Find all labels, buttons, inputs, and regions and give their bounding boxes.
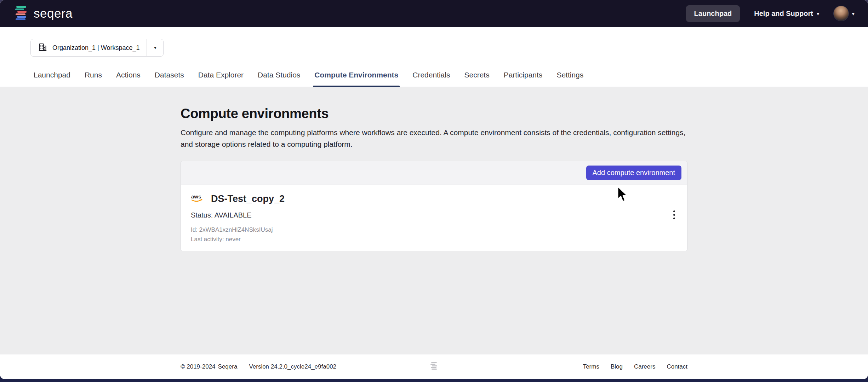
help-and-support-menu[interactable]: Help and Support ▾ <box>754 10 819 18</box>
footer: © 2019-2024 Seqera Version 24.2.0_cycle2… <box>0 354 868 379</box>
environment-status: Status: AVAILABLE <box>191 211 687 219</box>
workspace-selector[interactable]: Organization_1 | Workspace_1 ▼ <box>30 39 164 57</box>
copyright-text: © 2019-2024 <box>181 363 216 370</box>
top-navbar: seqera Launchpad Help and Support ▾ ▾ <box>0 0 868 27</box>
tab-compute-environments[interactable]: Compute Environments <box>314 71 398 87</box>
aws-icon-text: aws <box>191 193 201 199</box>
brand-name: seqera <box>34 6 73 21</box>
seqera-footer-link[interactable]: Seqera <box>218 363 238 370</box>
compute-environments-panel: Add compute environment aws DS-Test_copy… <box>181 161 687 251</box>
launchpad-button[interactable]: Launchpad <box>686 5 740 22</box>
panel-toolbar: Add compute environment <box>181 161 687 185</box>
aws-icon: aws <box>191 193 206 205</box>
help-menu-label: Help and Support <box>754 10 813 18</box>
workspace-selector-label: Organization_1 | Workspace_1 <box>52 44 139 52</box>
page-description: Configure and manage the computing platf… <box>181 127 687 150</box>
chevron-down-icon: ▾ <box>817 11 820 16</box>
blog-link[interactable]: Blog <box>611 363 623 370</box>
tab-runs[interactable]: Runs <box>85 71 102 87</box>
user-menu[interactable]: ▾ <box>833 6 855 21</box>
footer-links: Terms Blog Careers Contact <box>583 363 687 370</box>
tab-datasets[interactable]: Datasets <box>155 71 184 87</box>
kebab-menu-icon[interactable] <box>671 208 677 221</box>
workspace-selector-caret-button[interactable]: ▼ <box>147 39 163 56</box>
tab-data-studios[interactable]: Data Studios <box>258 71 300 87</box>
add-compute-environment-button[interactable]: Add compute environment <box>586 166 681 180</box>
app-window: seqera Launchpad Help and Support ▾ ▾ <box>0 0 868 379</box>
chevron-down-icon: ▾ <box>852 11 855 16</box>
tab-settings[interactable]: Settings <box>556 71 583 87</box>
version-text: Version 24.2.0_cycle24_e9fa002 <box>249 363 336 370</box>
seqera-brand[interactable]: seqera <box>13 5 73 22</box>
environment-name-link[interactable]: DS-Test_copy_2 <box>211 193 285 204</box>
careers-link[interactable]: Careers <box>634 363 655 370</box>
workspace-header: Organization_1 | Workspace_1 ▼ Launchpad… <box>0 27 868 87</box>
compute-environment-row: aws DS-Test_copy_2 Status: AVAILABLE Id:… <box>181 185 687 251</box>
tab-participants[interactable]: Participants <box>504 71 543 87</box>
seqera-logo-icon <box>13 5 29 22</box>
environment-last-activity: Last activity: never <box>191 236 687 243</box>
tab-secrets[interactable]: Secrets <box>464 71 489 87</box>
tab-launchpad[interactable]: Launchpad <box>34 71 70 87</box>
avatar <box>833 6 849 21</box>
seqera-mark-icon <box>430 361 438 372</box>
caret-down-icon: ▼ <box>153 46 157 50</box>
organization-icon <box>38 42 47 53</box>
tab-credentials[interactable]: Credentials <box>412 71 450 87</box>
tab-data-explorer[interactable]: Data Explorer <box>198 71 244 87</box>
tab-actions[interactable]: Actions <box>116 71 141 87</box>
contact-link[interactable]: Contact <box>667 363 687 370</box>
environment-id: Id: 2xWBA1xznHlZ4NSksIUsaj <box>191 226 687 233</box>
page-title: Compute environments <box>181 106 687 121</box>
main-content: Compute environments Configure and manag… <box>0 87 868 354</box>
terms-link[interactable]: Terms <box>583 363 599 370</box>
workspace-tabs: Launchpad Runs Actions Datasets Data Exp… <box>34 71 868 87</box>
